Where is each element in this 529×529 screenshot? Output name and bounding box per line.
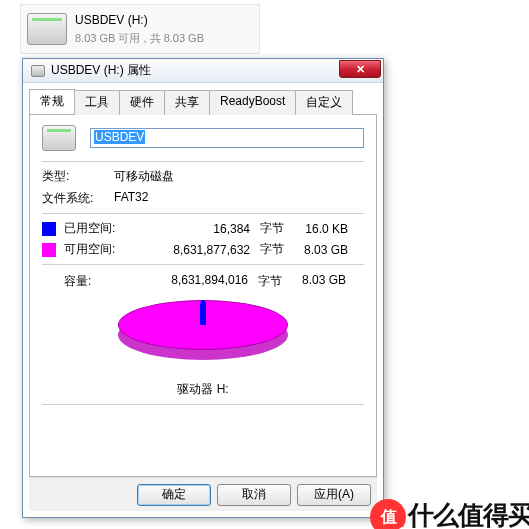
bytes-unit: 字节	[248, 273, 282, 290]
watermark: 值什么值得买	[370, 498, 529, 529]
separator	[42, 404, 364, 405]
type-label: 类型:	[42, 168, 114, 185]
used-label: 已用空间:	[64, 220, 130, 237]
tab-readyboost[interactable]: ReadyBoost	[209, 90, 296, 115]
free-bytes: 8,631,877,632	[130, 243, 250, 257]
drive-tile[interactable]: USBDEV (H:) 8.03 GB 可用 , 共 8.03 GB	[20, 4, 260, 54]
tab-sharing[interactable]: 共享	[164, 90, 210, 115]
capacity-label: 容量:	[42, 273, 128, 290]
drive-tile-text: USBDEV (H:) 8.03 GB 可用 , 共 8.03 GB	[75, 13, 204, 46]
cancel-button[interactable]: 取消	[217, 484, 291, 506]
used-bytes: 16,384	[130, 222, 250, 236]
ok-button[interactable]: 确定	[137, 484, 211, 506]
properties-dialog: USBDEV (H:) 属性 ✕ 常规 工具 硬件 共享 ReadyBoost …	[22, 58, 384, 518]
used-swatch	[42, 222, 56, 236]
watermark-text: 什么值得买	[408, 500, 529, 529]
bytes-unit: 字节	[250, 241, 284, 258]
tab-customize[interactable]: 自定义	[295, 90, 353, 115]
watermark-badge: 值	[370, 499, 406, 529]
drive-icon	[27, 13, 67, 45]
volume-label-input[interactable]: USBDEV	[90, 128, 364, 148]
tab-strip: 常规 工具 硬件 共享 ReadyBoost 自定义	[29, 89, 377, 115]
free-swatch	[42, 243, 56, 257]
filesystem-label: 文件系统:	[42, 190, 114, 207]
apply-button[interactable]: 应用(A)	[297, 484, 371, 506]
used-size: 16.0 KB	[284, 222, 348, 236]
dialog-button-bar: 确定 取消 应用(A)	[29, 477, 377, 511]
type-value: 可移动磁盘	[114, 168, 174, 185]
pie-chart: 驱动器 H:	[42, 300, 364, 398]
free-space-row: 可用空间: 8,631,877,632 字节 8.03 GB	[42, 241, 364, 258]
dialog-title: USBDEV (H:) 属性	[51, 62, 151, 79]
capacity-row: 容量: 8,631,894,016 字节 8.03 GB	[42, 273, 364, 290]
capacity-bytes: 8,631,894,016	[128, 273, 248, 290]
drive-icon	[31, 65, 45, 77]
capacity-size: 8.03 GB	[282, 273, 346, 290]
tab-general[interactable]: 常规	[29, 89, 75, 114]
drive-tile-sub: 8.03 GB 可用 , 共 8.03 GB	[75, 31, 204, 46]
drive-label: 驱动器 H:	[42, 381, 364, 398]
separator	[42, 161, 364, 162]
separator	[42, 264, 364, 265]
drive-icon	[42, 125, 76, 151]
bytes-unit: 字节	[250, 220, 284, 237]
close-button[interactable]: ✕	[339, 60, 381, 78]
separator	[42, 213, 364, 214]
used-space-row: 已用空间: 16,384 字节 16.0 KB	[42, 220, 364, 237]
general-pane: USBDEV 类型: 可移动磁盘 文件系统: FAT32 已用空间: 16,38…	[29, 115, 377, 477]
tab-hardware[interactable]: 硬件	[119, 90, 165, 115]
drive-tile-name: USBDEV (H:)	[75, 13, 204, 27]
free-label: 可用空间:	[64, 241, 130, 258]
tab-tools[interactable]: 工具	[74, 90, 120, 115]
titlebar[interactable]: USBDEV (H:) 属性 ✕	[23, 59, 383, 83]
filesystem-value: FAT32	[114, 190, 148, 207]
free-size: 8.03 GB	[284, 243, 348, 257]
